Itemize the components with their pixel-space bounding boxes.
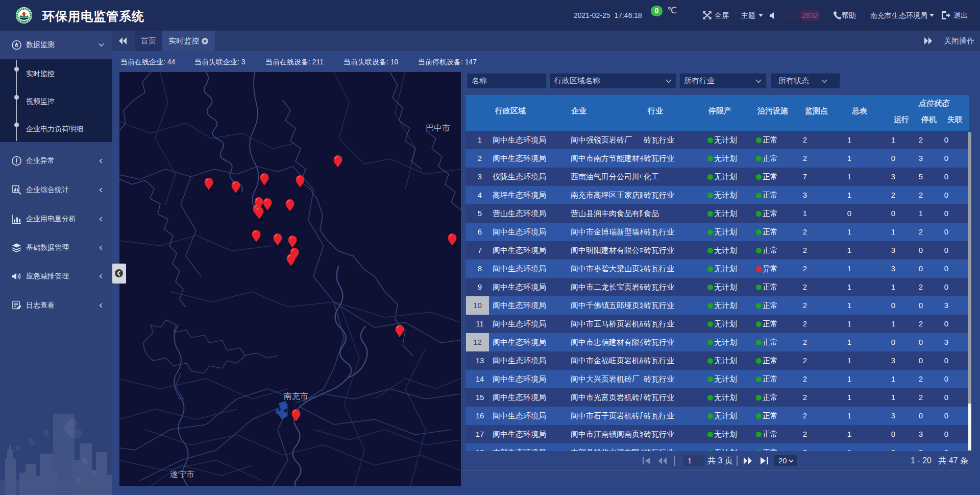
svg-text:南充市: 南充市: [284, 392, 308, 400]
svg-text:巴中市: 巴中市: [426, 124, 450, 132]
svg-text:遂宁市: 遂宁市: [170, 470, 194, 479]
